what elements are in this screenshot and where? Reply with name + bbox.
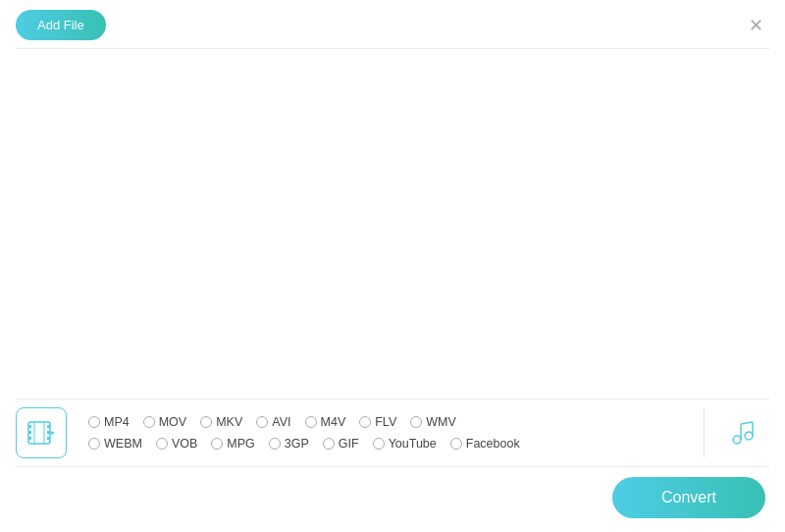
actions-row: Convert: [0, 467, 785, 532]
svg-rect-0: [28, 422, 50, 444]
format-option-mov[interactable]: MOV: [137, 413, 192, 431]
format-option-flv[interactable]: FLV: [353, 413, 402, 431]
format-radio-mpg: [211, 438, 223, 450]
convert-button[interactable]: Convert: [612, 477, 765, 518]
format-label-mov: MOV: [159, 415, 186, 429]
format-label-mpg: MPG: [227, 437, 254, 451]
format-grid-wrapper: MP4 MOV MKV AVI M4V: [75, 409, 690, 456]
format-radio-facebook: [450, 438, 462, 450]
format-bar: MP4 MOV MKV AVI M4V: [0, 399, 785, 466]
format-label-m4v: M4V: [321, 415, 346, 429]
format-radio-avi: [256, 416, 268, 428]
format-option-mp4[interactable]: MP4: [82, 413, 135, 431]
format-radio-3gp: [269, 438, 281, 450]
svg-rect-1: [28, 425, 31, 428]
format-radio-vob: [156, 438, 168, 450]
format-radio-m4v: [305, 416, 317, 428]
file-drop-zone: [0, 49, 785, 353]
svg-rect-6: [47, 437, 50, 440]
format-label-vob: VOB: [172, 437, 197, 451]
format-option-vob[interactable]: VOB: [150, 435, 203, 452]
audio-icon: [727, 416, 760, 450]
bottom-bar: MP4 MOV MKV AVI M4V: [0, 399, 785, 532]
video-format-icon-box[interactable]: [16, 407, 67, 458]
format-option-mkv[interactable]: MKV: [194, 413, 248, 431]
add-file-button[interactable]: Add File: [16, 10, 106, 40]
format-radio-flv: [359, 416, 371, 428]
title-bar: Add File ✕: [0, 0, 785, 48]
format-radio-wmv: [410, 416, 422, 428]
format-option-3gp[interactable]: 3GP: [263, 435, 315, 452]
svg-marker-9: [51, 431, 55, 435]
format-option-avi[interactable]: AVI: [250, 413, 296, 431]
format-row-1: MP4 MOV MKV AVI M4V: [82, 413, 682, 431]
format-label-mkv: MKV: [216, 415, 242, 429]
format-audio-divider: [704, 408, 705, 457]
svg-line-12: [741, 422, 753, 424]
svg-rect-5: [47, 431, 50, 434]
format-label-3gp: 3GP: [285, 437, 309, 451]
format-radio-youtube: [373, 438, 385, 450]
audio-format-icon-box[interactable]: [718, 407, 769, 458]
format-label-gif: GIF: [339, 437, 359, 451]
format-label-youtube: YouTube: [389, 437, 437, 451]
format-option-m4v[interactable]: M4V: [299, 413, 352, 431]
format-label-webm: WEBM: [104, 437, 142, 451]
format-radio-mov: [143, 416, 155, 428]
format-radio-mp4: [88, 416, 100, 428]
video-icon: [26, 417, 57, 449]
format-label-flv: FLV: [375, 415, 396, 429]
format-radio-gif: [323, 438, 335, 450]
svg-rect-4: [47, 425, 50, 428]
format-option-facebook[interactable]: Facebook: [445, 435, 526, 452]
format-label-avi: AVI: [272, 415, 290, 429]
format-label-facebook: Facebook: [466, 437, 520, 451]
svg-rect-2: [28, 431, 31, 434]
format-label-wmv: WMV: [426, 415, 456, 429]
format-option-wmv[interactable]: WMV: [404, 413, 462, 431]
format-radio-webm: [88, 438, 100, 450]
format-option-mpg[interactable]: MPG: [205, 435, 260, 452]
format-radio-mkv: [200, 416, 212, 428]
svg-rect-3: [28, 437, 31, 440]
format-option-webm[interactable]: WEBM: [82, 435, 148, 452]
close-button[interactable]: ✕: [743, 15, 769, 36]
format-option-gif[interactable]: GIF: [317, 435, 365, 452]
format-row-2: WEBM VOB MPG 3GP GIF: [82, 435, 682, 452]
format-option-youtube[interactable]: YouTube: [367, 435, 443, 452]
format-label-mp4: MP4: [104, 415, 130, 429]
